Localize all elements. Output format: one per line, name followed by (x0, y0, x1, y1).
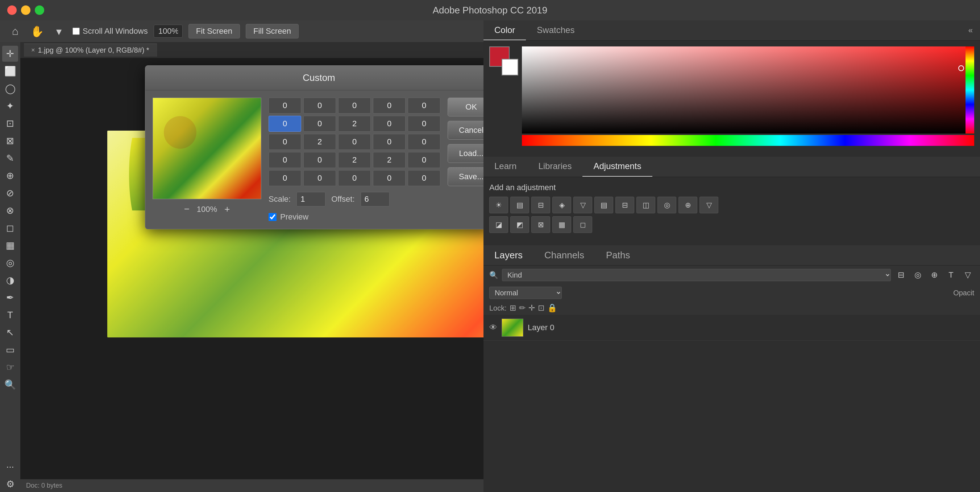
selective-color-button[interactable]: ◻ (573, 216, 592, 233)
home-button[interactable]: ⌂ (7, 23, 23, 39)
matrix-cell-2-1[interactable] (303, 134, 336, 150)
crop-tool-button[interactable]: ⊡ (2, 115, 18, 131)
matrix-cell-0-0[interactable] (269, 97, 301, 113)
scale-input[interactable] (296, 192, 325, 206)
matrix-cell-0-3[interactable] (373, 97, 406, 113)
doc-tab-close-button[interactable]: × (31, 46, 35, 54)
scroll-all-label[interactable]: Scroll All Windows (73, 27, 148, 36)
matrix-cell-4-0[interactable] (269, 170, 301, 186)
matrix-cell-1-0[interactable] (269, 116, 301, 132)
lock-transparent-button[interactable]: ⊞ (509, 304, 516, 313)
matrix-cell-3-3[interactable] (373, 152, 406, 168)
layer-item[interactable]: 👁 Layer 0 (484, 315, 980, 341)
tab-layers[interactable]: Layers (484, 245, 533, 265)
text-tool-button[interactable]: T (2, 307, 18, 323)
hand-pan-button[interactable]: ☞ (2, 359, 18, 375)
document-tab[interactable]: × 1.jpg @ 100% (Layer 0, RGB/8#) * (24, 43, 157, 57)
exposure-button[interactable]: ◈ (552, 196, 571, 213)
preview-label[interactable]: Preview (280, 212, 309, 222)
matrix-cell-3-2[interactable] (338, 152, 371, 168)
offset-input[interactable] (361, 192, 390, 206)
tab-learn[interactable]: Learn (484, 157, 527, 177)
hue-slider[interactable] (966, 46, 974, 134)
layer-filter-icon3[interactable]: ⊕ (928, 268, 941, 281)
blur-tool-button[interactable]: ◎ (2, 255, 18, 271)
select-tool-button[interactable]: ↖ (2, 324, 18, 340)
zoom-tool-button[interactable]: 🔍 (2, 377, 18, 393)
blend-mode-select[interactable]: Normal (489, 287, 562, 299)
close-window-button[interactable] (7, 5, 17, 15)
minimize-window-button[interactable] (21, 5, 30, 15)
eraser-tool-button[interactable]: ◻ (2, 220, 18, 236)
tool-options-chevron[interactable]: ▾ (51, 23, 67, 39)
threshold-button[interactable]: ⊠ (531, 216, 550, 233)
matrix-cell-3-0[interactable] (269, 152, 301, 168)
matrix-cell-3-1[interactable] (303, 152, 336, 168)
matrix-cell-0-2[interactable] (338, 97, 371, 113)
slice-tool-button[interactable]: ⊠ (2, 133, 18, 149)
matrix-cell-2-4[interactable] (408, 134, 440, 150)
preview-checkbox[interactable] (269, 213, 277, 221)
tool-settings-button[interactable]: ⚙ (2, 476, 18, 492)
matrix-cell-4-1[interactable] (303, 170, 336, 186)
matrix-cell-2-3[interactable] (373, 134, 406, 150)
matrix-cell-0-1[interactable] (303, 97, 336, 113)
tab-paths[interactable]: Paths (595, 245, 641, 265)
color-balance-button[interactable]: ⊟ (616, 196, 634, 213)
tab-channels[interactable]: Channels (533, 245, 595, 265)
tab-color[interactable]: Color (484, 21, 526, 40)
matrix-cell-0-4[interactable] (408, 97, 440, 113)
curves-button[interactable]: ⊟ (531, 196, 550, 213)
matrix-cell-1-4[interactable] (408, 116, 440, 132)
background-color-swatch[interactable] (501, 59, 518, 75)
posterize-button[interactable]: ◩ (510, 216, 529, 233)
move-tool-button[interactable]: ✛ (2, 46, 18, 62)
brush-tool-button[interactable]: ⊘ (2, 185, 18, 201)
saturation-brightness-box[interactable] (522, 46, 974, 134)
bw-button[interactable]: ◫ (636, 196, 655, 213)
shape-tool-button[interactable]: ▭ (2, 342, 18, 358)
layer-visibility-button[interactable]: 👁 (489, 323, 497, 332)
color-gradient-picker[interactable] (522, 46, 974, 148)
lock-position-button[interactable]: ✛ (528, 304, 535, 313)
matrix-cell-1-2[interactable] (338, 116, 371, 132)
color-lookup-button[interactable]: ▽ (700, 196, 718, 213)
hue-spectrum-bar[interactable] (522, 135, 974, 146)
zoom-input[interactable] (154, 25, 183, 38)
matrix-cell-4-2[interactable] (338, 170, 371, 186)
fill-screen-button[interactable]: Fill Screen (246, 24, 299, 38)
lock-artboard-button[interactable]: ⊡ (538, 304, 544, 313)
preview-zoom-out-button[interactable]: − (184, 204, 189, 215)
tab-adjustments[interactable]: Adjustments (582, 157, 652, 177)
tab-swatches[interactable]: Swatches (526, 21, 585, 40)
layer-filter-icon4[interactable]: T (945, 268, 958, 281)
matrix-cell-1-3[interactable] (373, 116, 406, 132)
matrix-cell-2-0[interactable] (269, 134, 301, 150)
heal-tool-button[interactable]: ⊕ (2, 168, 18, 184)
channel-mixer-button[interactable]: ⊕ (678, 196, 697, 213)
matrix-cell-2-2[interactable] (338, 134, 371, 150)
matrix-cell-4-3[interactable] (373, 170, 406, 186)
layer-filter-icon2[interactable]: ◎ (911, 268, 924, 281)
matrix-cell-4-4[interactable] (408, 170, 440, 186)
levels-button[interactable]: ▤ (510, 196, 529, 213)
maximize-window-button[interactable] (35, 5, 44, 15)
marquee-tool-button[interactable]: ⬜ (2, 63, 18, 79)
panel-collapse-button[interactable]: « (961, 26, 980, 35)
vibrance-button[interactable]: ▽ (573, 196, 592, 213)
dodge-tool-button[interactable]: ◑ (2, 272, 18, 288)
lock-all-button[interactable]: 🔒 (547, 304, 557, 313)
lasso-tool-button[interactable]: ◯ (2, 81, 18, 96)
scroll-all-checkbox[interactable] (73, 27, 80, 35)
clone-stamp-button[interactable]: ⊗ (2, 203, 18, 219)
layer-filter-icon1[interactable]: ⊟ (894, 268, 907, 281)
hand-tool-button[interactable]: ✋ (29, 23, 45, 39)
brightness-contrast-button[interactable]: ☀ (489, 196, 508, 213)
tab-libraries[interactable]: Libraries (527, 157, 582, 177)
gradient-map-button[interactable]: ▦ (552, 216, 571, 233)
photo-filter-button[interactable]: ◎ (657, 196, 676, 213)
more-tools-button[interactable]: ··· (2, 458, 18, 474)
matrix-cell-3-4[interactable] (408, 152, 440, 168)
lock-image-button[interactable]: ✏ (519, 304, 525, 313)
preview-zoom-in-button[interactable]: + (224, 204, 230, 215)
